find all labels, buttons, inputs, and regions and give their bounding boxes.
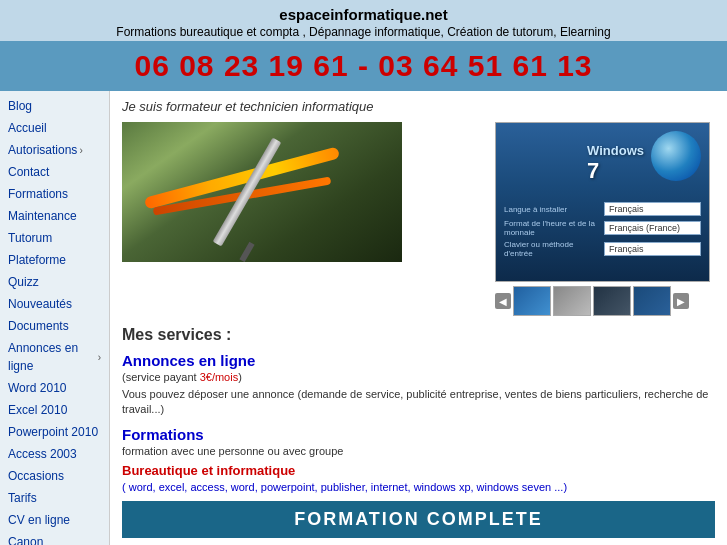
sidebar-item-plateforme[interactable]: Plateforme [0, 249, 109, 271]
phone-number[interactable]: 06 08 23 19 61 - 03 64 51 61 13 [4, 49, 723, 83]
thumb-1[interactable] [513, 286, 551, 316]
thumb-4[interactable] [633, 286, 671, 316]
sidebar-item-cv-en-ligne[interactable]: CV en ligne [0, 509, 109, 531]
hardware-image [122, 122, 402, 262]
sidebar-item-accueil[interactable]: Accueil [0, 117, 109, 139]
thumbnail-row: ◀ ▶ [495, 286, 715, 316]
thumb-3[interactable] [593, 286, 631, 316]
content-intro: Je suis formateur et technicien informat… [122, 99, 715, 114]
sidebar-item-canon-imprimante[interactable]: Canon imprimante [0, 531, 109, 545]
sidebar-item-tutorum[interactable]: Tutorum [0, 227, 109, 249]
formations-heading[interactable]: Formations [122, 426, 715, 443]
services-title: Mes services : [122, 326, 715, 344]
formation-banner: FORMATION COMPLETE [122, 501, 715, 538]
sidebar-item-powerpoint-2010[interactable]: Powerpoint 2010 [0, 421, 109, 443]
sidebar-item-nouveautés[interactable]: Nouveautés [0, 293, 109, 315]
sidebar-item-access-2003[interactable]: Access 2003 [0, 443, 109, 465]
annonces-heading[interactable]: Annonces en ligne [122, 352, 715, 369]
top-header: espaceinformatique.net Formations bureau… [0, 0, 727, 41]
phone-bar: 06 08 23 19 61 - 03 64 51 61 13 [0, 41, 727, 91]
annonces-sub: (service payant 3€/mois) [122, 371, 715, 383]
win7-field-3: Clavier ou méthode d'entrée Français [504, 240, 701, 258]
thumb-next[interactable]: ▶ [673, 293, 689, 309]
formations-desc: formation avec une personne ou avec grou… [122, 445, 715, 457]
submenu-arrow-icon: › [79, 143, 82, 158]
thumb-2[interactable] [553, 286, 591, 316]
annonces-desc: Vous pouvez déposer une annonce (demande… [122, 387, 715, 418]
content-cols: Windows 7 Langue à installer Français Fo… [122, 122, 715, 316]
sidebar-item-quizz[interactable]: Quizz [0, 271, 109, 293]
sidebar-item-excel-2010[interactable]: Excel 2010 [0, 399, 109, 421]
bureautique-desc: ( word, excel, access, word, powerpoint,… [122, 480, 715, 495]
win7-field-2: Format de l'heure et de la monnaie Franç… [504, 219, 701, 237]
sidebar: BlogAccueilAutorisations›ContactFormatio… [0, 91, 110, 545]
sidebar-item-contact[interactable]: Contact [0, 161, 109, 183]
annonces-price: 3€/mois [200, 371, 239, 383]
sidebar-item-autorisations[interactable]: Autorisations› [0, 139, 109, 161]
sidebar-item-blog[interactable]: Blog [0, 95, 109, 117]
content-area: Je suis formateur et technicien informat… [110, 91, 727, 545]
windows7-box: Windows 7 Langue à installer Français Fo… [495, 122, 710, 282]
sidebar-item-maintenance[interactable]: Maintenance [0, 205, 109, 227]
site-title: espaceinformatique.net [4, 6, 723, 23]
content-photo-col [122, 122, 485, 316]
sidebar-item-formations[interactable]: Formations [0, 183, 109, 205]
main-layout: BlogAccueilAutorisations›ContactFormatio… [0, 91, 727, 545]
sidebar-item-occasions[interactable]: Occasions [0, 465, 109, 487]
bureautique-heading[interactable]: Bureautique et informatique [122, 463, 715, 478]
site-tagline: Formations bureautique et compta , Dépan… [4, 25, 723, 39]
sidebar-item-word-2010[interactable]: Word 2010 [0, 377, 109, 399]
thumb-prev[interactable]: ◀ [495, 293, 511, 309]
content-windows-col: Windows 7 Langue à installer Français Fo… [495, 122, 715, 316]
sidebar-item-documents[interactable]: Documents [0, 315, 109, 337]
sidebar-item-annonces-en-ligne[interactable]: Annonces en ligne› [0, 337, 109, 377]
windows-title: Windows 7 [587, 143, 644, 184]
windows-orb [651, 131, 701, 181]
win7-field-1: Langue à installer Français [504, 202, 701, 216]
sidebar-item-tarifs[interactable]: Tarifs [0, 487, 109, 509]
windows7-fields: Langue à installer Français Format de l'… [504, 202, 701, 261]
submenu-arrow-icon: › [98, 350, 101, 365]
